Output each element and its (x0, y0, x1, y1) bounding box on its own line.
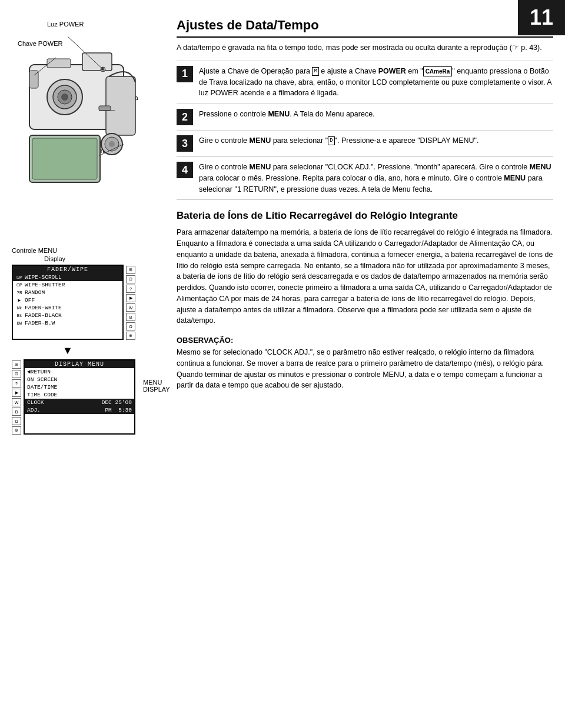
fader-row-4: Wk FADER-WHITE (13, 304, 122, 312)
display-sidebar-icons: ⊞ ⊡ ? ▶ W B Ω ⊕ (12, 359, 21, 435)
arrow-down-icon: ▼ (12, 345, 124, 357)
step-3: 3 Gire o controle MENU para selecionar "… (177, 130, 553, 156)
dm-row-onscreen: ON SCREEN (25, 376, 134, 383)
display-menu-box: DISPLAY MENU ◄RETURN ON SCREEN DATE/TIME… (24, 359, 135, 435)
svg-rect-10 (32, 138, 97, 179)
dm-adj-label: ADJ. (27, 407, 41, 413)
dm-row-timecode: TIME CODE (25, 391, 134, 399)
label-controle-menu: Controle MENU (12, 247, 65, 254)
menu-bold-4c: MENU (504, 174, 526, 182)
menu-display-label: MENU DISPLAY (143, 379, 170, 393)
display-icon-5: W (12, 398, 21, 406)
label-luz-power: Luz POWER (47, 21, 84, 28)
left-column: Luz POWER Chave POWER Botão de Trava Cha… (12, 12, 165, 716)
fader-text-3: OFF (25, 297, 35, 303)
fader-icon-5: Bk (15, 313, 24, 318)
sidebar-icon-5: W (126, 303, 135, 312)
svg-rect-6 (47, 59, 71, 68)
fader-icon-3: ▶ (15, 298, 24, 303)
menu-bold-4a: MENU (249, 163, 271, 171)
camera-diagram: Luz POWER Chave POWER Botão de Trava Cha… (12, 18, 153, 241)
step-1-content: Ajuste a Chave de Operação para M e ajus… (199, 66, 553, 99)
d-icon: D (328, 136, 334, 146)
fader-text-5: FADER-BLACK (25, 312, 62, 319)
fader-text-2: RANDOM (25, 289, 45, 296)
fader-icon-0: ⊡P (15, 275, 24, 280)
fader-text-4: FADER-WHITE (25, 305, 62, 311)
dm-clock-label: CLOCK (27, 399, 44, 406)
menu-bold-3: MENU (249, 136, 271, 145)
menu-display-label-container: MENU DISPLAY (140, 359, 170, 393)
fader-icon-4: Wk (15, 306, 24, 310)
display-menu-area: ⊞ ⊡ ? ▶ W B Ω ⊕ DISPLAY MENU ◄RETURN ON … (12, 359, 170, 435)
step-3-content: Gire o controle MENU para selecionar "D"… (199, 135, 553, 146)
fader-wipe-box: FADER/WIPE ⊡P WIPE-SCROLL ⊡P WIPE-SHUTTE… (12, 265, 124, 340)
obs-title-text: OBSERVAÇÃO: (177, 336, 233, 345)
observation-section: OBSERVAÇÃO: Mesmo se for selecionado "CL… (177, 336, 553, 391)
observation-title: OBSERVAÇÃO: (177, 336, 553, 345)
step-2-content: Pressione o controle MENU. A Tela do Men… (199, 109, 553, 120)
svg-rect-15 (99, 106, 111, 111)
dm-row-return: ◄RETURN (25, 368, 134, 376)
m-icon: M (312, 67, 318, 76)
step-4: 4 Gire o controle MENU para selecionar "… (177, 156, 553, 200)
step-1: 1 Ajuste a Chave de Operação para M e aj… (177, 61, 553, 103)
observation-text: Mesmo se for selecionado "CLOCK ADJ.", s… (177, 347, 553, 391)
step-1-number: 1 (177, 66, 193, 82)
step-4-content: Gire o controle MENU para selecionar "CL… (199, 162, 553, 195)
fader-row-1: ⊡P WIPE-SHUTTER (13, 281, 122, 289)
fader-row-0: ⊡P WIPE-SCROLL (13, 273, 122, 281)
fader-icon-1: ⊡P (15, 282, 24, 288)
page-title: Ajustes de Data/Tempo (177, 18, 553, 33)
battery-section: Bateria de Íons de Lítio Recarregável do… (177, 209, 553, 326)
display-icon-1: ⊞ (12, 360, 21, 369)
fader-row-6: BW FADER-B.W (13, 319, 122, 327)
step-2-number: 2 (177, 109, 193, 125)
step-3-number: 3 (177, 135, 193, 152)
steps-container: 1 Ajuste a Chave de Operação para M e aj… (177, 61, 553, 201)
page-number: 11 (530, 5, 553, 30)
title-area: Ajustes de Data/Tempo (177, 18, 553, 38)
display-icon-7: Ω (12, 417, 21, 425)
intro-text: A data/tempo é gravada na fita o tempo t… (177, 42, 553, 54)
display-menu-with-icons: ⊞ ⊡ ? ▶ W B Ω ⊕ DISPLAY MENU ◄RETURN ON … (12, 359, 135, 435)
svg-point-14 (109, 141, 115, 147)
display-icon-8: ⊕ (12, 426, 21, 435)
display-menu-title: DISPLAY MENU (25, 360, 134, 368)
dm-row-datetime: DATE/TIME (25, 383, 134, 391)
step-3-num-text: 3 (182, 138, 188, 150)
page-number-block: 11 (518, 0, 565, 35)
sidebar-icon-7: Ω (126, 322, 135, 330)
sidebar-icon-6: B (126, 313, 135, 321)
dm-row-clock: CLOCK DEC 25'00 (25, 399, 134, 406)
fader-wipe-title: FADER/WIPE (13, 266, 122, 273)
display-icon-2: ⊡ (12, 370, 21, 378)
step-4-number: 4 (177, 162, 193, 178)
fader-text-1: WIPE-SHUTTER (25, 282, 65, 288)
battery-title: Bateria de Íons de Lítio Recarregável do… (177, 209, 553, 222)
sidebar-icon-2: ⊡ (126, 275, 135, 283)
fader-sidebar-icons: ⊞ ⊡ ? ▶ W B Ω ⊕ (126, 265, 135, 340)
sidebar-icon-3: ? (126, 285, 135, 293)
fader-row-2: ?R RANDOM (13, 289, 122, 296)
step-2-num-text: 2 (182, 111, 188, 123)
step-2: 2 Pressione o controle MENU. A Tela do M… (177, 103, 553, 130)
svg-rect-5 (82, 53, 112, 71)
menu-bold-2: MENU (268, 110, 290, 118)
step-4-num-text: 4 (182, 164, 188, 176)
fader-icon-2: ?R (15, 290, 24, 295)
power-bold-1: POWER (378, 67, 406, 75)
label-display: Display (44, 255, 65, 262)
fader-row-5: Bk FADER-BLACK (13, 312, 122, 319)
display-icon-3: ? (12, 379, 21, 388)
dm-clock-value: DEC 25'00 (102, 399, 132, 406)
fader-row-3: ▶ OFF (13, 296, 122, 304)
svg-point-4 (61, 93, 68, 101)
menu-bold-4b: MENU (530, 163, 551, 171)
fader-icon-6: BW (15, 321, 24, 326)
step-1-num-text: 1 (182, 68, 188, 80)
display-icon-4: ▶ (12, 389, 21, 397)
right-column: Ajustes de Data/Tempo A data/tempo é gra… (177, 12, 553, 716)
fader-text-6: FADER-B.W (25, 320, 55, 326)
dm-row-adj: ADJ. PM 5:30 (25, 406, 134, 414)
